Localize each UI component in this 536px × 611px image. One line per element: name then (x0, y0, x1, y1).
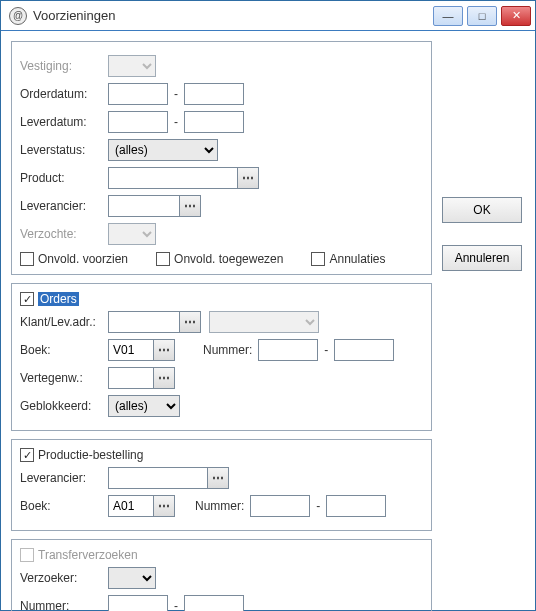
transfer-panel: Transferverzoeken Verzoeker: Nummer: - (11, 539, 432, 611)
geblokkeerd-select[interactable]: (alles) (108, 395, 180, 417)
product-input[interactable] (108, 167, 238, 189)
product-label: Product: (20, 171, 108, 185)
orders-title: Orders (38, 292, 79, 306)
cancel-button[interactable]: Annuleren (442, 245, 522, 271)
orders-toggle-checkbox[interactable] (20, 292, 34, 306)
productie-leverancier-label: Leverancier: (20, 471, 108, 485)
ellipsis-icon: ⋯ (158, 343, 170, 357)
onvold-voorzien-checkbox[interactable]: Onvold. voorzien (20, 252, 128, 266)
ok-button[interactable]: OK (442, 197, 522, 223)
checkbox-icon (311, 252, 325, 266)
vertegenw-input[interactable] (108, 367, 154, 389)
transfer-nummer-label: Nummer: (20, 599, 108, 611)
filters-panel: Vestiging: Orderdatum: - Leverdatum: - L… (11, 41, 432, 275)
ellipsis-icon: ⋯ (212, 471, 224, 485)
close-icon: ✕ (512, 9, 521, 22)
minimize-icon: — (443, 10, 454, 22)
ellipsis-icon: ⋯ (158, 371, 170, 385)
klantlevadr-pick-button[interactable]: ⋯ (179, 311, 201, 333)
checkbox-icon (156, 252, 170, 266)
orderdatum-from-input[interactable] (108, 83, 168, 105)
orders-boek-input[interactable] (108, 339, 154, 361)
verzochte-label: Verzochte: (20, 227, 108, 241)
checkbox-icon (20, 548, 34, 562)
leverstatus-label: Leverstatus: (20, 143, 108, 157)
checkbox-icon (20, 252, 34, 266)
productie-boek-label: Boek: (20, 499, 108, 513)
range-dash: - (316, 499, 320, 513)
range-dash: - (174, 115, 178, 129)
verzoeker-select[interactable] (108, 567, 156, 589)
onvold-voorzien-label: Onvold. voorzien (38, 252, 128, 266)
productie-boek-pick-button[interactable]: ⋯ (153, 495, 175, 517)
onvold-toegewezen-label: Onvold. toegewezen (174, 252, 283, 266)
app-icon: @ (9, 7, 27, 25)
transfer-nummer-from-input[interactable] (108, 595, 168, 611)
orders-panel: Orders Klant/Lev.adr.: ⋯ Boek: ⋯ Nummer: (11, 283, 432, 431)
range-dash: - (174, 87, 178, 101)
verzochte-select (108, 223, 156, 245)
leverancier-pick-button[interactable]: ⋯ (179, 195, 201, 217)
productie-leverancier-input[interactable] (108, 467, 208, 489)
range-dash: - (324, 343, 328, 357)
geblokkeerd-label: Geblokkeerd: (20, 399, 108, 413)
ellipsis-icon: ⋯ (184, 315, 196, 329)
orders-nummer-to-input[interactable] (334, 339, 394, 361)
annulaties-label: Annulaties (329, 252, 385, 266)
maximize-button[interactable]: □ (467, 6, 497, 26)
vestiging-label: Vestiging: (20, 59, 108, 73)
orderdatum-label: Orderdatum: (20, 87, 108, 101)
orders-nummer-label: Nummer: (203, 343, 252, 357)
leverdatum-to-input[interactable] (184, 111, 244, 133)
vestiging-select (108, 55, 156, 77)
onvold-toegewezen-checkbox[interactable]: Onvold. toegewezen (156, 252, 283, 266)
klantlevadr-extra-select (209, 311, 319, 333)
orderdatum-to-input[interactable] (184, 83, 244, 105)
checkbox-icon (20, 448, 34, 462)
maximize-icon: □ (479, 10, 486, 22)
productie-title: Productie-bestelling (38, 448, 143, 462)
productie-nummer-label: Nummer: (195, 499, 244, 513)
minimize-button[interactable]: — (433, 6, 463, 26)
close-button[interactable]: ✕ (501, 6, 531, 26)
client-area: Vestiging: Orderdatum: - Leverdatum: - L… (1, 31, 535, 610)
ellipsis-icon: ⋯ (242, 171, 254, 185)
productie-nummer-to-input[interactable] (326, 495, 386, 517)
productie-panel: Productie-bestelling Leverancier: ⋯ Boek… (11, 439, 432, 531)
product-pick-button[interactable]: ⋯ (237, 167, 259, 189)
vertegenw-label: Vertegenw.: (20, 371, 108, 385)
annulaties-checkbox[interactable]: Annulaties (311, 252, 385, 266)
window: @ Voorzieningen — □ ✕ Vestiging: Orderda… (0, 0, 536, 611)
vertegenw-pick-button[interactable]: ⋯ (153, 367, 175, 389)
leverdatum-from-input[interactable] (108, 111, 168, 133)
leverstatus-select[interactable]: (alles) (108, 139, 218, 161)
orders-nummer-from-input[interactable] (258, 339, 318, 361)
productie-nummer-from-input[interactable] (250, 495, 310, 517)
leverancier-label: Leverancier: (20, 199, 108, 213)
klantlevadr-label: Klant/Lev.adr.: (20, 315, 108, 329)
range-dash: - (174, 599, 178, 611)
transfer-title: Transferverzoeken (38, 548, 138, 562)
ellipsis-icon: ⋯ (184, 199, 196, 213)
ellipsis-icon: ⋯ (158, 499, 170, 513)
transfer-nummer-to-input[interactable] (184, 595, 244, 611)
checkbox-icon (20, 292, 34, 306)
productie-leverancier-pick-button[interactable]: ⋯ (207, 467, 229, 489)
orders-boek-pick-button[interactable]: ⋯ (153, 339, 175, 361)
verzoeker-label: Verzoeker: (20, 571, 108, 585)
productie-boek-input[interactable] (108, 495, 154, 517)
titlebar: @ Voorzieningen — □ ✕ (1, 1, 535, 31)
orders-boek-label: Boek: (20, 343, 108, 357)
leverancier-input[interactable] (108, 195, 180, 217)
leverdatum-label: Leverdatum: (20, 115, 108, 129)
transfer-toggle-checkbox[interactable] (20, 548, 34, 562)
productie-toggle-checkbox[interactable] (20, 448, 34, 462)
window-title: Voorzieningen (33, 8, 433, 23)
klantlevadr-input[interactable] (108, 311, 180, 333)
